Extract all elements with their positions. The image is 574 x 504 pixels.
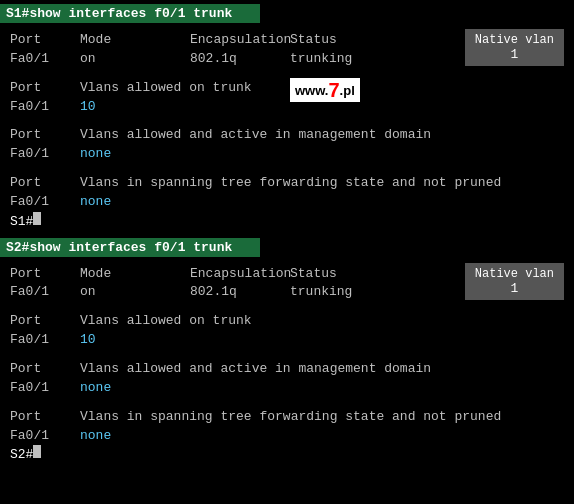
- s2-sub1-val-desc: none: [80, 379, 111, 398]
- watermark-number: 7: [328, 80, 339, 100]
- s1-sub2-label-row: Port Vlans in spanning tree forwarding s…: [10, 174, 564, 193]
- s1-header-encap: Encapsulation: [190, 31, 290, 50]
- s2-sub1-label-row: Port Vlans allowed and active in managem…: [10, 360, 564, 379]
- watermark-text-after: .pl: [340, 83, 355, 98]
- section-s2: S2#show interfaces f0/1 trunk Native vla…: [0, 234, 574, 468]
- s1-prompt-row: S1#: [10, 212, 564, 232]
- s2-sub1-label-desc: Vlans allowed and active in management d…: [80, 360, 431, 379]
- s1-sub1-val-port: Fa0/1: [10, 145, 80, 164]
- s2-sub0-label-row: Port Vlans allowed on trunk: [10, 312, 564, 331]
- watermark: www. 7 .pl: [290, 78, 360, 102]
- s1-sub0-label-row: Port Vlans allowed on trunk: [10, 79, 564, 98]
- s2-main-status: trunking: [290, 283, 390, 302]
- s2-sub1-label-port: Port: [10, 360, 80, 379]
- s2-main-encap: 802.1q: [190, 283, 290, 302]
- s2-sub2-val-port: Fa0/1: [10, 427, 80, 446]
- s1-main-port: Fa0/1: [10, 50, 80, 69]
- s1-sub2-val-port: Fa0/1: [10, 193, 80, 212]
- s2-header-encap: Encapsulation: [190, 265, 290, 284]
- s2-native-vlan-num: 1: [475, 281, 554, 296]
- s2-sub1-val-row: Fa0/1 none: [10, 379, 564, 398]
- s2-main-port: Fa0/1: [10, 283, 80, 302]
- s1-main-status: trunking: [290, 50, 390, 69]
- s2-prompt[interactable]: S2#: [10, 446, 33, 465]
- s1-prompt[interactable]: S1#: [10, 213, 33, 232]
- s1-native-vlan-label: Native vlan: [475, 33, 554, 47]
- s2-sub1-val-port: Fa0/1: [10, 379, 80, 398]
- s1-header-port: Port: [10, 31, 80, 50]
- s1-sub1-val-row: Fa0/1 none: [10, 145, 564, 164]
- s1-sub0-val-port: Fa0/1: [10, 98, 80, 117]
- s2-sub2-val-row: Fa0/1 none: [10, 427, 564, 446]
- s1-sub1-label-row: Port Vlans allowed and active in managem…: [10, 126, 564, 145]
- s1-sub1-label-desc: Vlans allowed and active in management d…: [80, 126, 431, 145]
- s2-main-mode: on: [80, 283, 190, 302]
- s2-header-status: Status: [290, 265, 390, 284]
- s2-title-bar: S2#show interfaces f0/1 trunk: [0, 238, 260, 257]
- s1-sub1-label-port: Port: [10, 126, 80, 145]
- s1-cursor: [33, 212, 41, 225]
- s1-main-encap: 802.1q: [190, 50, 290, 69]
- s2-prompt-row: S2#: [10, 445, 564, 465]
- s2-cursor: [33, 445, 41, 458]
- s1-sub2-label-desc: Vlans in spanning tree forwarding state …: [80, 174, 501, 193]
- s2-sub2-label-row: Port Vlans in spanning tree forwarding s…: [10, 408, 564, 427]
- s1-title-bar: S1#show interfaces f0/1 trunk: [0, 4, 260, 23]
- s2-sub2-label-port: Port: [10, 408, 80, 427]
- s1-sub1-val-desc: none: [80, 145, 111, 164]
- s2-native-vlan-box: Native vlan 1: [465, 263, 564, 300]
- s1-sub2-val-desc: none: [80, 193, 111, 212]
- section-s1: S1#show interfaces f0/1 trunk Native vla…: [0, 0, 574, 234]
- s1-native-vlan-box: Native vlan 1: [465, 29, 564, 66]
- s2-sub0-label-desc: Vlans allowed on trunk: [80, 312, 252, 331]
- s1-sub2-label-port: Port: [10, 174, 80, 193]
- s2-sub0-val-port: Fa0/1: [10, 331, 80, 350]
- s2-native-vlan-label: Native vlan: [475, 267, 554, 281]
- s1-header-status: Status: [290, 31, 390, 50]
- s1-sub0-label-port: Port: [10, 79, 80, 98]
- s1-title: S1#show interfaces f0/1 trunk: [6, 6, 232, 21]
- s1-sub0-val-desc: 10: [80, 98, 96, 117]
- watermark-text-before: www.: [295, 83, 328, 98]
- s2-header-port: Port: [10, 265, 80, 284]
- s2-header-mode: Mode: [80, 265, 190, 284]
- s1-native-vlan-num: 1: [475, 47, 554, 62]
- s2-sub0-val-row: Fa0/1 10: [10, 331, 564, 350]
- s2-sub2-val-desc: none: [80, 427, 111, 446]
- s1-sub0-val-row: Fa0/1 10: [10, 98, 564, 117]
- s2-sub0-label-port: Port: [10, 312, 80, 331]
- s1-sub0-label-desc: Vlans allowed on trunk: [80, 79, 252, 98]
- s2-sub0-val-desc: 10: [80, 331, 96, 350]
- s2-title: S2#show interfaces f0/1 trunk: [6, 240, 232, 255]
- s1-main-mode: on: [80, 50, 190, 69]
- s1-header-mode: Mode: [80, 31, 190, 50]
- s1-sub2-val-row: Fa0/1 none: [10, 193, 564, 212]
- s2-sub2-label-desc: Vlans in spanning tree forwarding state …: [80, 408, 501, 427]
